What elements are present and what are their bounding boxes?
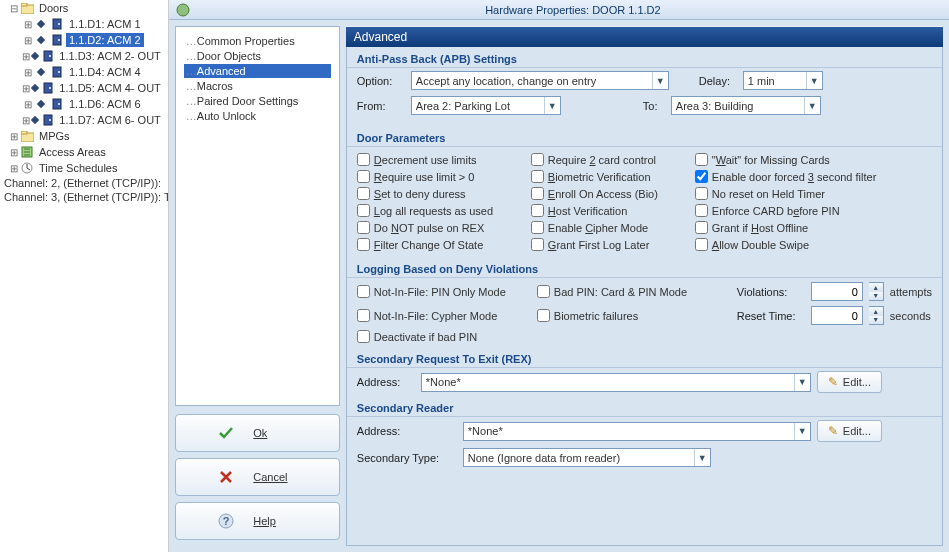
apb-from-combo[interactable]: Area 2: Parking Lot▼ [411, 96, 561, 115]
expand-icon[interactable]: ⊞ [22, 115, 30, 126]
checkbox-input[interactable] [695, 238, 708, 251]
reset-time-spinner[interactable]: ▲▼ [869, 306, 884, 325]
checkbox-input[interactable] [357, 204, 370, 217]
violations-spinner[interactable]: ▲▼ [869, 282, 884, 301]
help-button[interactable]: ? Help [175, 502, 340, 540]
apb-delay-combo[interactable]: 1 min▼ [743, 71, 823, 90]
tree-node-mpgs[interactable]: ⊞MPGs [2, 128, 166, 144]
reader-edit-button[interactable]: ✎Edit... [817, 420, 882, 442]
checkbox-input[interactable] [531, 238, 544, 251]
expand-icon[interactable]: ⊞ [8, 147, 20, 158]
tree-node-access-areas[interactable]: ⊞Access Areas [2, 144, 166, 160]
checkbox-not-in-file-cypher-mode[interactable]: Not-In-File: Cypher Mode [357, 309, 537, 322]
tree-node-door[interactable]: ⊞1.1.D4: ACM 4 [2, 64, 166, 80]
spin-down-icon[interactable]: ▼ [869, 292, 883, 301]
reader-address-combo[interactable]: *None*▼ [463, 422, 811, 441]
checkbox-deactivate-if-bad-pin[interactable]: Deactivate if bad PIN [357, 330, 537, 343]
checkbox-input[interactable] [357, 170, 370, 183]
spin-up-icon[interactable]: ▲ [869, 307, 883, 316]
checkbox-biometric-failures[interactable]: Biometric failures [537, 309, 737, 322]
checkbox-input[interactable] [531, 204, 544, 217]
spin-up-icon[interactable]: ▲ [869, 283, 883, 292]
rex-edit-button[interactable]: ✎Edit... [817, 371, 882, 393]
checkbox-enable-door-forced-3-second-[interactable]: Enable door forced 3 second filter [695, 170, 895, 183]
nav-item-advanced[interactable]: Advanced [184, 64, 331, 78]
spin-down-icon[interactable]: ▼ [869, 316, 883, 325]
checkbox-input[interactable] [357, 238, 370, 251]
tree-node-door[interactable]: ⊞1.1.D3: ACM 2- OUT [2, 48, 166, 64]
checkbox-bad-pin-card-pin-mode[interactable]: Bad PIN: Card & PIN Mode [537, 285, 737, 298]
collapse-icon[interactable]: ⊟ [8, 3, 20, 14]
expand-icon[interactable]: ⊞ [22, 51, 30, 62]
checkbox-input[interactable] [537, 309, 550, 322]
checkbox-input[interactable] [531, 170, 544, 183]
apb-delay-label: Delay: [699, 75, 737, 87]
checkbox-log-all-requests-as-used[interactable]: Log all requests as used [357, 204, 527, 217]
apb-option-combo[interactable]: Accept any location, change on entry▼ [411, 71, 669, 90]
checkbox-enroll-on-access-bio-[interactable]: Enroll On Access (Bio) [531, 187, 691, 200]
svg-point-10 [49, 55, 51, 57]
checkbox-input[interactable] [531, 153, 544, 166]
checkbox-set-to-deny-duress[interactable]: Set to deny duress [357, 187, 527, 200]
apb-to-combo[interactable]: Area 3: Building▼ [671, 96, 821, 115]
nav-item-auto-unlock[interactable]: Auto Unlock [184, 109, 331, 123]
tree-node-door[interactable]: ⊞1.1.D5: ACM 4- OUT [2, 80, 166, 96]
expand-icon[interactable]: ⊞ [22, 83, 30, 94]
diamond-icon [34, 97, 48, 111]
checkbox-input[interactable] [695, 153, 708, 166]
expand-icon[interactable]: ⊞ [22, 99, 34, 110]
checkbox-input[interactable] [531, 187, 544, 200]
tree-panel: ⊟ Doors ⊞1.1.D1: ACM 1⊞1.1.D2: ACM 2⊞1.1… [0, 0, 169, 552]
tree-node-door[interactable]: ⊞1.1.D7: ACM 6- OUT [2, 112, 166, 128]
checkbox-input[interactable] [357, 285, 370, 298]
checkbox-input[interactable] [695, 221, 708, 234]
checkbox-input[interactable] [357, 330, 370, 343]
expand-icon[interactable]: ⊞ [8, 163, 20, 174]
checkbox-host-verification[interactable]: Host Verification [531, 204, 691, 217]
expand-icon[interactable]: ⊞ [8, 131, 20, 142]
checkbox-input[interactable] [695, 204, 708, 217]
expand-icon[interactable]: ⊞ [22, 35, 34, 46]
rex-address-combo[interactable]: *None*▼ [421, 373, 811, 392]
nav-item-macros[interactable]: Macros [184, 79, 331, 93]
checkbox-input[interactable] [357, 221, 370, 234]
tree-node-door[interactable]: ⊞1.1.D6: ACM 6 [2, 96, 166, 112]
checkbox-require-2-card-control[interactable]: Require 2 card control [531, 153, 691, 166]
checkbox-input[interactable] [357, 153, 370, 166]
checkbox-input[interactable] [537, 285, 550, 298]
reader-type-combo[interactable]: None (Ignore data from reader)▼ [463, 448, 711, 467]
nav-item-paired-door-settings[interactable]: Paired Door Settings [184, 94, 331, 108]
checkbox-input[interactable] [695, 170, 708, 183]
tree-node-doors[interactable]: ⊟ Doors [2, 0, 166, 16]
checkbox-no-reset-on-held-timer[interactable]: No reset on Held Timer [695, 187, 895, 200]
violations-input[interactable] [811, 282, 863, 301]
checkbox-filter-change-of-state[interactable]: Filter Change Of State [357, 238, 527, 251]
checkbox-input[interactable] [531, 221, 544, 234]
checkbox-biometric-verification[interactable]: Biometric Verification [531, 170, 691, 183]
tree-label: 1.1.D1: ACM 1 [66, 17, 144, 31]
checkbox--wait-for-missing-cards[interactable]: "Wait" for Missing Cards [695, 153, 895, 166]
checkbox-allow-double-swipe[interactable]: Allow Double Swipe [695, 238, 895, 251]
checkbox-do-not-pulse-on-rex[interactable]: Do NOT pulse on REX [357, 221, 527, 234]
expand-icon[interactable]: ⊞ [22, 19, 34, 30]
tree-node-time-schedules[interactable]: ⊞Time Schedules [2, 160, 166, 176]
checkbox-grant-if-host-offline[interactable]: Grant if Host Offline [695, 221, 895, 234]
checkbox-require-use-limit-0[interactable]: Require use limit > 0 [357, 170, 527, 183]
checkbox-grant-first-log-later[interactable]: Grant First Log Later [531, 238, 691, 251]
ok-button[interactable]: Ok [175, 414, 340, 452]
diamond-icon [30, 113, 40, 127]
nav-item-door-objects[interactable]: Door Objects [184, 49, 331, 63]
expand-icon[interactable]: ⊞ [22, 67, 34, 78]
checkbox-input[interactable] [357, 309, 370, 322]
checkbox-enable-cipher-mode[interactable]: Enable Cipher Mode [531, 221, 691, 234]
checkbox-input[interactable] [695, 187, 708, 200]
nav-item-common-properties[interactable]: Common Properties [184, 34, 331, 48]
checkbox-input[interactable] [357, 187, 370, 200]
tree-node-door[interactable]: ⊞1.1.D2: ACM 2 [2, 32, 166, 48]
checkbox-not-in-file-pin-only-mode[interactable]: Not-In-File: PIN Only Mode [357, 285, 537, 298]
checkbox-enforce-card-before-pin[interactable]: Enforce CARD before PIN [695, 204, 895, 217]
reset-time-input[interactable] [811, 306, 863, 325]
cancel-button[interactable]: Cancel [175, 458, 340, 496]
checkbox-decrement-use-limits[interactable]: Decrement use limits [357, 153, 527, 166]
tree-node-door[interactable]: ⊞1.1.D1: ACM 1 [2, 16, 166, 32]
